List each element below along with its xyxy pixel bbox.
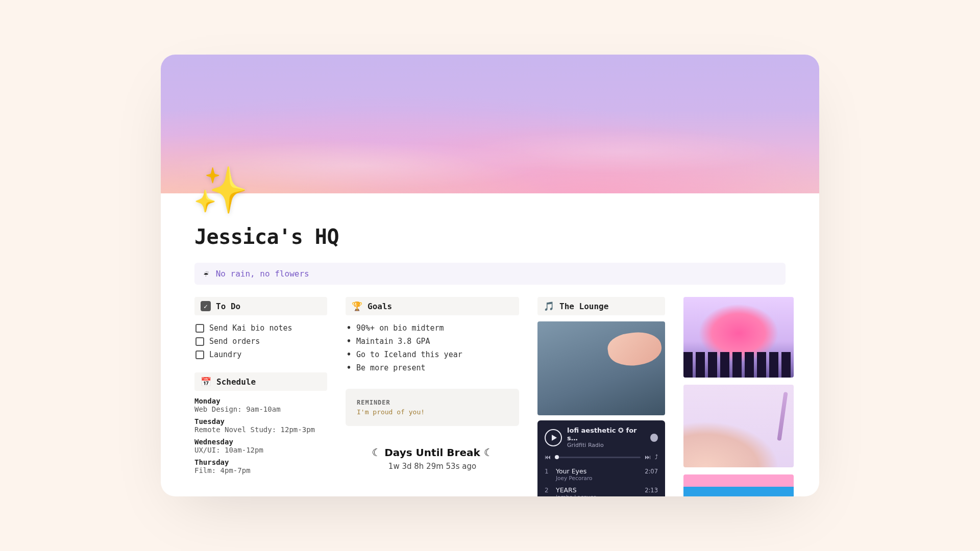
spotify-track-row[interactable]: 2 YEARS Jambo Lacquer 2:13: [545, 484, 658, 496]
aesthetic-image-pool[interactable]: [683, 474, 794, 496]
goal-item-label: Be more present: [356, 363, 425, 372]
todo-item-label: Laundry: [209, 350, 241, 359]
todo-item[interactable]: Send Kai bio notes: [194, 321, 327, 335]
page-title[interactable]: Jessica's HQ: [194, 225, 786, 248]
todo-item[interactable]: Laundry: [194, 348, 327, 361]
schedule-day-line: Film: 4pm-7pm: [194, 466, 327, 474]
lounge-image-cassette[interactable]: [537, 321, 665, 415]
track-duration: 2:07: [645, 468, 658, 475]
schedule-day-name: Monday: [194, 397, 327, 405]
lounge-heading[interactable]: 🎵 The Lounge: [537, 297, 665, 315]
check-square-icon: ✓: [201, 301, 211, 311]
next-track-icon[interactable]: ⏭: [645, 454, 651, 461]
todo-heading-label: To Do: [216, 302, 240, 311]
page-icon-sparkles[interactable]: ✨: [192, 168, 249, 213]
todo-item-label: Send Kai bio notes: [209, 323, 292, 333]
music-icon: 🎵: [544, 301, 554, 311]
track-number: 2: [545, 487, 551, 494]
umbrella-icon: ☔: [204, 269, 209, 279]
checkbox-icon[interactable]: [195, 350, 204, 359]
track-name: Your Eyes: [556, 467, 640, 475]
spotify-playlist-owner: Gridfiti Radio: [567, 442, 645, 448]
calendar-icon: 📅: [201, 377, 211, 387]
prev-track-icon[interactable]: ⏮: [545, 454, 551, 461]
schedule-day[interactable]: Monday Web Design: 9am-10am: [194, 397, 327, 413]
track-artist: Joey Pecoraro: [556, 475, 640, 481]
reminder-heading: REMINDER: [357, 399, 508, 406]
countdown-title: ☾ Days Until Break ☾: [346, 446, 519, 459]
track-name: YEARS: [556, 486, 640, 494]
play-button-icon[interactable]: [545, 429, 562, 446]
schedule-day[interactable]: Thursday Film: 4pm-7pm: [194, 458, 327, 474]
track-artist: Jambo Lacquer: [556, 494, 640, 496]
callout-text: No rain, no flowers: [216, 269, 309, 279]
schedule-day-line: Remote Novel Study: 12pm-3pm: [194, 425, 327, 434]
goal-item[interactable]: Go to Iceland this year: [346, 348, 519, 361]
notion-page-window: ✨ Jessica's HQ ☔ No rain, no flowers ✓ T…: [161, 55, 819, 496]
goal-item-label: Go to Iceland this year: [356, 350, 462, 359]
track-number: 1: [545, 468, 551, 475]
quote-callout[interactable]: ☔ No rain, no flowers: [194, 263, 786, 285]
goal-item[interactable]: 90%+ on bio midterm: [346, 321, 519, 335]
reminder-body: I'm proud of you!: [357, 408, 508, 416]
schedule-day-name: Thursday: [194, 458, 327, 466]
schedule-day[interactable]: Tuesday Remote Novel Study: 12pm-3pm: [194, 417, 327, 434]
cover-image[interactable]: [161, 55, 819, 193]
schedule-heading-label: Schedule: [216, 377, 256, 387]
track-duration: 2:13: [645, 487, 658, 494]
goal-item-label: Maintain 3.8 GPA: [356, 337, 430, 346]
schedule-day-name: Wednesday: [194, 438, 327, 446]
trophy-icon: 🏆: [352, 301, 362, 311]
todo-item-label: Send orders: [209, 337, 260, 346]
goals-heading[interactable]: 🏆 Goals: [346, 297, 519, 315]
goals-heading-label: Goals: [368, 302, 392, 311]
aesthetic-image-sunset[interactable]: [683, 297, 794, 378]
spotify-playlist-title: lofi aesthetic ✪ for s…: [567, 427, 645, 442]
reminder-card[interactable]: REMINDER I'm proud of you!: [346, 389, 519, 426]
schedule-day-name: Tuesday: [194, 417, 327, 425]
todo-heading[interactable]: ✓ To Do: [194, 297, 327, 315]
checkbox-icon[interactable]: [195, 337, 204, 346]
lounge-heading-label: The Lounge: [559, 302, 608, 311]
goal-item[interactable]: Be more present: [346, 361, 519, 374]
spotify-logo-icon: [650, 434, 658, 442]
spotify-embed[interactable]: lofi aesthetic ✪ for s… Gridfiti Radio ⏮…: [537, 420, 665, 496]
checkbox-icon[interactable]: [195, 324, 204, 333]
progress-bar[interactable]: [555, 457, 641, 458]
schedule-day[interactable]: Wednesday UX/UI: 10am-12pm: [194, 438, 327, 454]
todo-item[interactable]: Send orders: [194, 335, 327, 348]
schedule-heading[interactable]: 📅 Schedule: [194, 372, 327, 391]
aesthetic-image-nails[interactable]: [683, 385, 794, 467]
goal-item-label: 90%+ on bio midterm: [356, 323, 444, 333]
countdown-widget[interactable]: ☾ Days Until Break ☾ 1w 3d 8h 29m 53s ag…: [346, 446, 519, 471]
spotify-track-row[interactable]: 1 Your Eyes Joey Pecoraro 2:07: [545, 465, 658, 484]
schedule-day-line: Web Design: 9am-10am: [194, 405, 327, 413]
countdown-value: 1w 3d 8h 29m 53s ago: [346, 462, 519, 471]
schedule-day-line: UX/UI: 10am-12pm: [194, 446, 327, 454]
share-icon[interactable]: ⤴: [655, 454, 658, 461]
goal-item[interactable]: Maintain 3.8 GPA: [346, 335, 519, 348]
